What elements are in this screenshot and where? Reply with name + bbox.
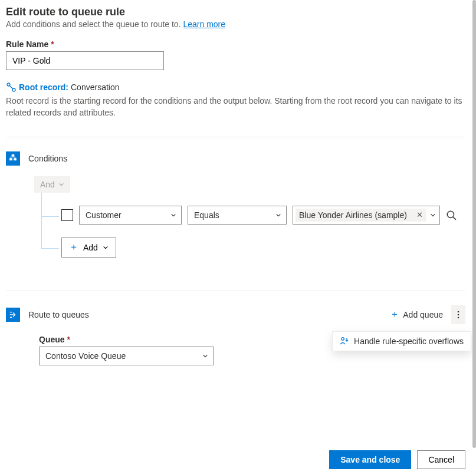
- condition-field-select[interactable]: Customer: [79, 206, 182, 225]
- token-remove-icon[interactable]: ✕: [416, 210, 423, 219]
- svg-point-9: [342, 337, 344, 340]
- plus-icon: ＋: [69, 241, 78, 253]
- chevron-down-icon: [430, 212, 436, 218]
- chevron-down-icon: [170, 212, 176, 218]
- condition-operator-select[interactable]: Equals: [188, 206, 287, 225]
- combiner-label: And: [40, 180, 55, 189]
- condition-field-value: Customer: [86, 210, 122, 220]
- chevron-down-icon: [275, 212, 281, 218]
- root-record-label: Root record:: [19, 83, 68, 92]
- svg-rect-3: [10, 159, 12, 160]
- page-subtitle: Add conditions and select the queue to r…: [6, 19, 465, 29]
- svg-point-1: [12, 88, 15, 91]
- condition-value-token: Blue Yonder Airlines (sample) ✕: [296, 209, 426, 222]
- add-queue-label: Add queue: [403, 310, 443, 319]
- tree-connector: [41, 214, 42, 248]
- add-queue-button[interactable]: ＋ Add queue: [386, 306, 447, 323]
- route-section-icon: [6, 308, 20, 322]
- combiner-and-dropdown[interactable]: And: [34, 176, 70, 193]
- chevron-down-icon: [58, 182, 64, 187]
- condition-value-text: Blue Yonder Airlines (sample): [299, 210, 407, 220]
- condition-value-lookup[interactable]: Blue Yonder Airlines (sample) ✕: [293, 206, 440, 225]
- svg-rect-2: [12, 154, 14, 156]
- conditions-title: Conditions: [28, 154, 67, 163]
- rule-name-label: Rule Name *: [6, 39, 465, 49]
- more-actions-button[interactable]: [451, 305, 465, 324]
- plus-icon: ＋: [390, 308, 399, 321]
- queue-label-text: Queue: [39, 335, 65, 344]
- chevron-down-icon: [103, 245, 109, 250]
- queue-select[interactable]: Contoso Voice Queue: [39, 347, 214, 365]
- learn-more-link[interactable]: Learn more: [183, 19, 225, 29]
- conditions-section-icon: [6, 151, 20, 166]
- divider: [6, 137, 465, 137]
- divider: [6, 291, 465, 291]
- svg-point-0: [7, 83, 10, 86]
- svg-point-7: [458, 314, 459, 315]
- root-record-description: Root record is the starting record for t…: [6, 95, 465, 119]
- queue-select-value: Contoso Voice Queue: [45, 351, 126, 361]
- svg-point-6: [458, 311, 459, 312]
- save-and-close-button[interactable]: Save and close: [329, 450, 411, 469]
- more-vertical-icon: [457, 311, 459, 319]
- svg-point-8: [458, 316, 459, 318]
- search-icon[interactable]: [446, 210, 457, 220]
- overflow-flyout-label: Handle rule-specific overflows: [354, 337, 464, 346]
- overflow-flyout-item[interactable]: Handle rule-specific overflows: [332, 331, 471, 351]
- route-title: Route to queues: [28, 310, 89, 319]
- svg-point-5: [447, 211, 454, 217]
- svg-rect-4: [14, 159, 17, 160]
- cancel-button[interactable]: Cancel: [417, 450, 465, 469]
- tree-connector: [41, 216, 59, 217]
- add-condition-button[interactable]: ＋ Add: [61, 237, 116, 258]
- condition-checkbox[interactable]: [61, 209, 73, 221]
- page-title: Edit route to queue rule: [6, 6, 465, 18]
- rule-name-label-text: Rule Name: [6, 39, 48, 49]
- tree-connector: [41, 193, 42, 216]
- condition-operator-value: Equals: [194, 210, 219, 220]
- add-condition-label: Add: [83, 243, 98, 252]
- required-star: *: [67, 335, 70, 344]
- subtitle-text: Add conditions and select the queue to r…: [6, 19, 181, 29]
- tree-connector: [41, 248, 59, 249]
- required-star: *: [51, 39, 54, 49]
- vertical-scrollbar[interactable]: [472, 0, 476, 448]
- root-record-icon: [6, 82, 17, 93]
- overflow-icon: [340, 337, 349, 346]
- root-record-value: Conversation: [71, 83, 120, 92]
- rule-name-input[interactable]: [6, 51, 164, 70]
- chevron-down-icon: [202, 353, 208, 359]
